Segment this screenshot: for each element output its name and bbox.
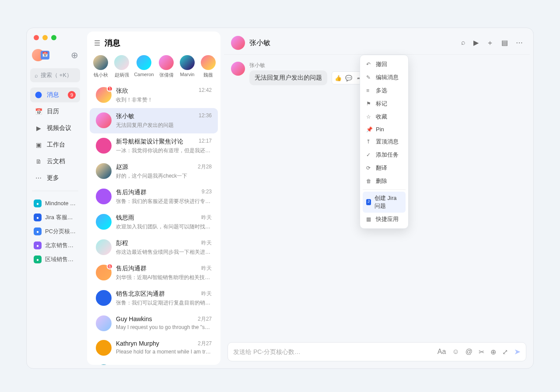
context-menu-item[interactable]: ✎编辑消息 [363,71,406,84]
nav-more[interactable]: ⋯ 更多 [30,171,80,186]
chat-row[interactable]: 销售北京区沟通群昨天 张鲁：我们可以定期进行复盘目前的销售进展… [90,286,218,311]
message-row: 张小敏 无法回复用户发出的问题 👍 💬 ➦ ▣ ⋯ ↶撤回✎编辑消息≡多选⚑标记… [231,62,523,85]
attach-icon[interactable]: ⊕ [490,348,496,356]
expand-icon[interactable]: ⤢ [502,348,508,356]
divider [32,191,78,191]
chat-preview: 好的，这个问题我再check一下 [116,172,212,180]
chat-row[interactable]: 售后沟通群9:23 张鲁：我们的客服还是需要尽快进行专业培训… [90,184,218,210]
send-icon[interactable]: ➤ [514,347,521,357]
add-member-icon[interactable]: ＋ [486,38,494,48]
more-icon[interactable]: ⋯ [516,38,523,48]
ctx-label: 添加任务 [376,151,399,159]
ctx-icon: ⚑ [366,101,372,107]
minimize-window-icon[interactable] [42,35,48,40]
context-menu-item[interactable]: J创建 Jira 问题 [363,192,406,213]
chat-row[interactable]: 新导航框架设计聚焦讨论12:17 一冰：我觉得你说的有道理，但是我还是坚持… [90,133,218,159]
nav-workbench[interactable]: ▣ 工作台 [30,137,80,152]
message-input[interactable] [233,348,434,355]
chat-name: 张小敏 [116,112,134,120]
story-avatar [159,55,174,70]
chat-avatar [96,163,112,179]
chat-row[interactable]: 钱思雨昨天 欢迎加入我们团队，有问题可以随时找我… [90,210,218,235]
messages-icon [35,91,42,99]
emoji-icon[interactable]: ☺ [452,348,459,356]
context-menu-item[interactable]: ⤒置顶消息 [363,135,406,148]
nav-docs[interactable]: 🗎 云文档 [30,154,80,169]
chat-time: 12:17 [199,138,212,146]
context-menu-item[interactable]: ✓添加任务 [363,148,406,161]
sidebar-toggle-icon[interactable]: ▤ [501,38,508,48]
scissors-icon[interactable]: ✂ [479,348,484,356]
pinned-item[interactable]: ●Jira 客服服务 [30,210,80,224]
story-name: 张倩倩 [159,72,174,78]
context-menu-item[interactable]: 📌Pin [363,123,406,135]
chat-time: 2月27 [198,315,212,323]
chat-row[interactable]: 1 张欣12:42 收到！非常赞！ [90,83,218,108]
story-avatar [114,55,129,70]
context-menu-item[interactable]: 🗑删除 [363,175,406,188]
chat-row[interactable]: Kathryn Murphy2月27 Please hold for a mom… [90,336,218,360]
chat-row[interactable]: 赵源2月28 好的，这个问题我再check一下 [90,159,218,184]
messages-panel: ☰ 消息 钱小秋赵炳强Cameron张倩倩Marvin魏薇 1 张欣12:42 … [87,32,220,365]
story-item[interactable]: Marvin [180,55,195,78]
video-icon: ▶ [35,124,42,132]
story-item[interactable]: 张倩倩 [159,55,174,78]
context-menu-item[interactable]: ↶撤回 [363,58,406,71]
add-button[interactable]: ⊕ [71,50,78,60]
ctx-icon: 📌 [366,126,372,133]
context-menu-item[interactable]: ⚑标记 [363,97,406,110]
calendar-mini-icon[interactable] [41,51,49,60]
story-item[interactable]: 钱小秋 [93,55,108,78]
chat-list: 1 张欣12:42 收到！非常赞！ 张小敏12:36 无法回复用户发出的问题 新… [87,83,220,365]
ctx-label: 收藏 [376,113,387,121]
context-menu-item[interactable]: ☆收藏 [363,110,406,123]
thumbs-up-icon[interactable]: 👍 [333,73,343,83]
pinned-item[interactable]: ●北京销售大群 [30,238,80,252]
chat-name: 赵源 [116,163,128,171]
story-item[interactable]: 魏薇 [201,55,216,78]
ctx-label: 编辑消息 [376,74,399,81]
ctx-label: 标记 [376,100,387,108]
chat-row[interactable]: Guy Hawkins2月27 May I request you to go … [90,311,218,336]
close-window-icon[interactable] [34,35,39,40]
context-menu-item[interactable]: ⟳翻译 [363,161,406,175]
chat-preview: 刘华强：近期AI智能销售助理的相关技术谁有…… [116,274,212,281]
chat-avatar [96,138,112,154]
video-call-icon[interactable]: ▶ [473,38,479,48]
chat-row[interactable]: 张小敏12:36 无法回复用户发出的问题 [90,108,218,133]
pinned-item[interactable]: ●PC分页核心… [30,224,80,238]
pinned-item[interactable]: ●Mindnote 企… [30,196,80,210]
story-name: Cameron [134,72,154,77]
filter-icon[interactable]: ☰ [94,39,100,47]
context-menu-item[interactable]: ≡多选 [363,84,406,97]
context-menu-item[interactable]: ▦快捷应用 [363,213,406,226]
unread-badge: 6 [107,263,113,270]
chat-header: 张小敏 ⌕ ▶ ＋ ▤ ⋯ [224,32,530,55]
message-bubble[interactable]: 无法回复用户发出的问题 [249,70,327,85]
chat-name: 钱思雨 [116,214,134,222]
story-item[interactable]: Cameron [135,55,153,78]
format-icon[interactable]: Aa [438,348,446,356]
nav-video[interactable]: ▶ 视频会议 [30,121,80,136]
reply-icon[interactable]: 💬 [344,73,354,83]
nav-calendar[interactable]: 📅 日历 [30,104,80,119]
nav-messages[interactable]: 消息 9 [30,88,80,102]
maximize-window-icon[interactable] [51,35,56,40]
sidebar-nav: ⊕ ⌕ 搜索（ +K） 消息 9 📅 日历 ▶ 视频会议 ▣ 工作台 🗎 云文档… [27,28,84,368]
contact-avatar[interactable] [231,36,245,50]
chat-row[interactable]: Eddy Jung昨天 你这边最近销售业绩同步我一下相关进展… [90,360,218,365]
mention-icon[interactable]: @ [466,348,472,356]
story-item[interactable]: 赵炳强 [114,55,129,78]
chat-avatar [96,340,112,356]
sender-avatar[interactable] [231,62,245,76]
chat-time: 昨天 [201,364,212,365]
pinned-item[interactable]: ●区域销售数… [30,252,80,266]
search-input[interactable]: ⌕ 搜索（ +K） [30,68,80,82]
search-chat-icon[interactable]: ⌕ [461,38,466,48]
chat-avatar [96,290,112,306]
chat-row[interactable]: 6 售后沟通群昨天 刘华强：近期AI智能销售助理的相关技术谁有…… [90,260,218,286]
pinned-label: 北京销售大群 [45,242,77,249]
chat-row[interactable]: 彭程昨天 你这边最近销售业绩同步我一下相关进展… [90,235,218,260]
docs-icon: 🗎 [35,158,42,165]
pinned-icon: ● [34,242,42,249]
